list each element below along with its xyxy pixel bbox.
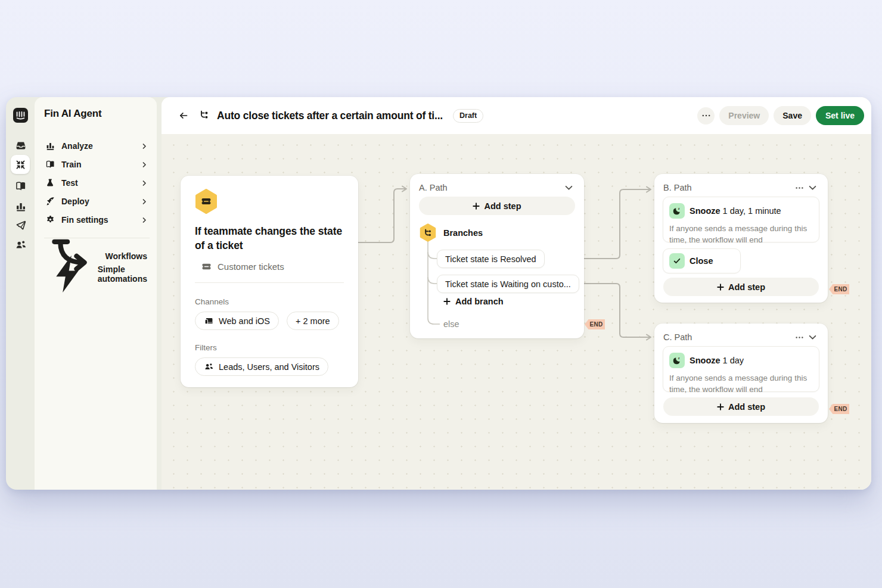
add-step-label: Add step xyxy=(484,201,521,211)
close-step[interactable]: Close xyxy=(663,248,741,273)
filter-chip-label: Leads, Users, and Visitors xyxy=(219,362,319,372)
path-options-button[interactable] xyxy=(793,331,806,344)
channel-chip-label: Web and iOS xyxy=(219,316,270,326)
ellipsis-icon xyxy=(702,111,710,120)
snooze-step[interactable]: z Snooze 1 day If anyone sends a message… xyxy=(663,346,819,392)
topbar-actions: Preview Save Set live xyxy=(697,106,864,125)
workflow-canvas[interactable]: If teammate changes the state of a ticke… xyxy=(162,134,871,490)
chevron-down-icon xyxy=(565,184,573,192)
chevron-right-icon xyxy=(142,178,147,188)
chevron-down-icon xyxy=(809,334,816,341)
contacts-people-icon[interactable] xyxy=(14,238,27,251)
back-button[interactable] xyxy=(176,108,191,123)
set-live-button[interactable]: Set live xyxy=(816,106,864,125)
sidebar-item-label: Train xyxy=(61,160,136,169)
filters-label: Filters xyxy=(195,343,344,352)
filter-chip-audience[interactable]: Leads, Users, and Visitors xyxy=(195,357,328,376)
path-c-title: C. Path xyxy=(663,332,793,342)
branch-condition-waiting[interactable]: Ticket state is Waiting on custo... xyxy=(437,275,579,293)
sidebar-item-label: Fin settings xyxy=(61,215,136,225)
add-step-label: Add step xyxy=(728,282,765,292)
lightning-icon xyxy=(45,251,92,297)
branches-title: Branches xyxy=(443,228,483,238)
end-badge: END xyxy=(585,319,605,329)
svg-text:z: z xyxy=(678,356,680,360)
collapse-button[interactable] xyxy=(562,181,575,194)
channel-chip-label: + 2 more xyxy=(296,316,330,326)
train-icon xyxy=(45,159,55,169)
path-a-title: A. Path xyxy=(419,183,562,192)
snooze-moon-icon: z xyxy=(669,353,685,368)
inbox-icon[interactable] xyxy=(14,139,27,152)
sidebar-item-fin-settings[interactable]: Fin settings xyxy=(44,210,148,229)
main-panel: Auto close tickets after a certain amoun… xyxy=(162,97,871,490)
trigger-card[interactable]: If teammate changes the state of a ticke… xyxy=(181,176,358,387)
branches-icon xyxy=(420,223,436,242)
plus-icon xyxy=(473,203,480,210)
chevron-right-icon xyxy=(142,141,147,151)
path-b-card[interactable]: B. Path z Snooze 1 day, xyxy=(654,174,828,303)
workflow-title: Auto close tickets after a certain amoun… xyxy=(217,110,443,122)
deploy-rocket-icon xyxy=(45,196,55,206)
sidebar-item-label: Deploy xyxy=(61,197,136,206)
path-b-title: B. Path xyxy=(663,183,793,192)
collapse-button[interactable] xyxy=(806,181,819,194)
step-name: Snooze 1 day xyxy=(690,356,744,365)
app-window: Fin AI Agent Analyze Train Test xyxy=(6,97,871,490)
fin-icon[interactable] xyxy=(11,155,30,174)
chevron-down-icon xyxy=(809,184,816,192)
path-options-button[interactable] xyxy=(793,181,806,194)
outbound-send-icon[interactable] xyxy=(14,219,27,232)
sidebar-item-label: Analyze xyxy=(61,141,136,151)
sidebar-item-train[interactable]: Train xyxy=(44,155,148,173)
sidebar-nav: Analyze Train Test Deploy xyxy=(44,136,148,229)
snooze-step-header: z Snooze 1 day, 1 minute xyxy=(669,203,813,219)
sidebar-item-deploy[interactable]: Deploy xyxy=(44,192,148,210)
step-value: 1 day xyxy=(723,356,744,365)
sidebar-item-analyze[interactable]: Analyze xyxy=(44,136,148,155)
app-rail xyxy=(6,97,35,490)
ellipsis-icon xyxy=(796,184,803,192)
collapse-button[interactable] xyxy=(806,331,819,344)
channel-chip-more[interactable]: + 2 more xyxy=(287,312,339,330)
plus-icon xyxy=(717,284,724,291)
ellipsis-icon xyxy=(796,334,803,341)
add-step-button[interactable]: Add step xyxy=(419,197,575,215)
add-branch-button[interactable]: Add branch xyxy=(443,297,504,306)
topbar-left: Auto close tickets after a certain amoun… xyxy=(176,108,697,123)
path-a-card[interactable]: A. Path Add step xyxy=(410,174,584,338)
trigger-source: Customer tickets xyxy=(201,261,344,272)
intercom-logo[interactable] xyxy=(13,108,28,123)
knowledge-book-icon[interactable] xyxy=(14,179,27,192)
snooze-moon-icon: z xyxy=(669,203,685,219)
channels-row: Web and iOS + 2 more xyxy=(195,312,344,330)
add-step-label: Add step xyxy=(728,402,765,412)
plus-icon xyxy=(717,403,724,410)
add-branch-label: Add branch xyxy=(455,297,504,306)
sidebar-item-test[interactable]: Test xyxy=(44,173,148,192)
more-options-button[interactable] xyxy=(697,107,715,125)
snooze-step[interactable]: z Snooze 1 day, 1 minute If anyone sends… xyxy=(663,197,819,242)
channel-chip-web-ios[interactable]: Web and iOS xyxy=(195,312,279,330)
preview-button[interactable]: Preview xyxy=(719,106,769,125)
save-button[interactable]: Save xyxy=(774,106,811,125)
chevron-right-icon xyxy=(142,159,147,170)
add-step-button[interactable]: Add step xyxy=(663,278,819,296)
end-badge: END xyxy=(829,404,849,414)
workflow-topbar: Auto close tickets after a certain amoun… xyxy=(162,97,871,134)
sidebar-tools: Workflows Simple automations xyxy=(44,247,148,283)
reports-icon[interactable] xyxy=(14,200,27,213)
ticket-icon xyxy=(201,261,212,272)
status-badge: Draft xyxy=(453,109,483,123)
sidebar-item-label: Workflows xyxy=(105,251,147,261)
chevron-right-icon xyxy=(142,214,147,225)
branch-condition-resolved[interactable]: Ticket state is Resolved xyxy=(437,250,545,268)
step-description: If anyone sends a message during this ti… xyxy=(669,372,813,395)
page-background: Fin AI Agent Analyze Train Test xyxy=(0,0,882,588)
step-name-bold: Snooze xyxy=(690,356,720,365)
path-c-card[interactable]: C. Path z Snooze 1 day xyxy=(654,323,828,423)
add-step-button[interactable]: Add step xyxy=(663,397,819,416)
plus-icon xyxy=(443,298,451,305)
branches-step: Branches xyxy=(420,223,483,242)
svg-text:z: z xyxy=(678,207,680,210)
